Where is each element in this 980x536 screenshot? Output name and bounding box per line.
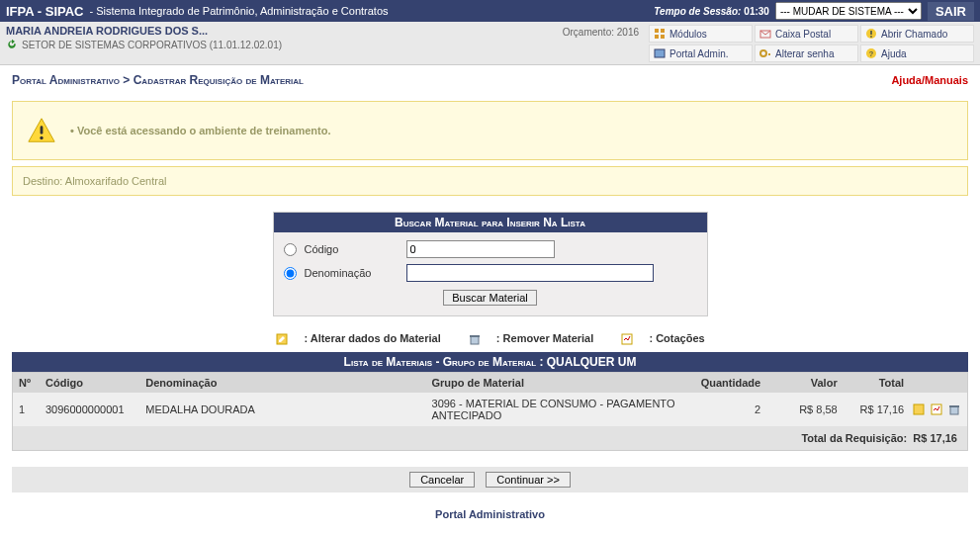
cancel-button[interactable]: Cancelar (409, 472, 475, 488)
user-name: MARIA ANDREIA RODRIGUES DOS S... (6, 25, 563, 37)
bottom-actions: Cancelar Continuar >> (12, 467, 968, 492)
training-warning-text: Você está acessando o ambiente de treina… (77, 125, 331, 136)
search-by-name-radio[interactable] (284, 267, 297, 280)
requisition-total: Total da Requisição: R$ 17,16 (13, 426, 967, 450)
name-label: Denominação (305, 267, 399, 279)
svg-rect-0 (655, 29, 659, 33)
svg-rect-1 (661, 29, 665, 33)
top-bar: IFPA - SIPAC - Sistema Integrado de Patr… (0, 0, 980, 22)
user-unit: SETOR DE SISTEMAS CORPORATIVOS (11.01.12… (22, 40, 282, 50)
svg-point-8 (760, 50, 766, 56)
svg-point-6 (870, 36, 872, 38)
table-header: Nº Código Denominação Grupo de Material … (13, 373, 967, 393)
actions-legend: : Alterar dados do Material : Remover Ma… (0, 322, 980, 352)
svg-rect-2 (655, 35, 659, 39)
row-edit-icon[interactable] (912, 402, 926, 416)
materials-list: Lista de Materiais - Grupo de Material :… (12, 352, 968, 451)
help-link[interactable]: ? Ajuda (860, 45, 974, 62)
prices-icon (620, 332, 634, 346)
svg-rect-20 (949, 405, 959, 407)
row-prices-icon[interactable] (930, 402, 943, 416)
search-material-button[interactable]: Buscar Material (443, 290, 536, 306)
refresh-icon (6, 39, 18, 50)
code-input[interactable] (406, 240, 555, 258)
name-input[interactable] (406, 264, 654, 282)
session-label: Tempo de Sessão: (654, 6, 741, 17)
logout-button[interactable]: SAIR (928, 2, 974, 21)
admin-portal-backlink[interactable]: Portal Administrativo (435, 508, 545, 520)
svg-rect-19 (950, 406, 958, 414)
modules-link[interactable]: Módulos (649, 25, 753, 43)
code-label: Código (305, 243, 399, 255)
system-subtitle: - Sistema Integrado de Patrimônio, Admin… (89, 5, 388, 17)
list-title: Lista de Materiais - Grupo de Material :… (12, 352, 968, 372)
change-password-link[interactable]: Alterar senha (755, 45, 858, 62)
change-system-select[interactable]: --- MUDAR DE SISTEMA --- (775, 2, 922, 20)
help-manuals-link[interactable]: Ajuda/Manuais (891, 74, 968, 86)
svg-rect-11 (41, 126, 44, 134)
destination-box: Destino: Almoxarifado Central (12, 166, 968, 196)
open-ticket-link[interactable]: Abrir Chamado (860, 25, 974, 43)
admin-portal-link[interactable]: Portal Admin. (649, 45, 753, 62)
svg-rect-17 (914, 404, 924, 414)
search-panel-title: Buscar Material para Inserir Na Lista (274, 213, 707, 232)
trash-icon (468, 332, 482, 346)
table-row: 1 3096000000001 MEDALHA DOURADA 3096 - M… (13, 393, 967, 426)
search-panel: Buscar Material para Inserir Na Lista Có… (273, 212, 708, 316)
user-header: MARIA ANDREIA RODRIGUES DOS S... SETOR D… (0, 22, 980, 65)
svg-rect-7 (655, 49, 665, 57)
mailbox-link[interactable]: Caixa Postal (755, 25, 858, 43)
svg-rect-3 (661, 35, 665, 39)
edit-icon (275, 332, 289, 346)
budget-year: Orçamento: 2016 (563, 25, 639, 38)
continue-button[interactable]: Continuar >> (486, 472, 571, 488)
svg-text:?: ? (869, 49, 874, 58)
warning-icon (27, 116, 56, 145)
header-links: Módulos Caixa Postal Abrir Chamado Porta… (649, 25, 974, 62)
search-by-code-radio[interactable] (284, 243, 297, 256)
row-trash-icon[interactable] (947, 402, 961, 416)
breadcrumb-bar: Portal Administrativo > Cadastrar Requis… (0, 65, 980, 95)
breadcrumb: Portal Administrativo > Cadastrar Requis… (12, 73, 304, 87)
session-time: 01:30 (744, 6, 769, 17)
svg-point-12 (40, 136, 43, 139)
system-name: IFPA - SIPAC (6, 4, 83, 19)
svg-rect-14 (471, 336, 479, 344)
training-warning: • Você está acessando o ambiente de trei… (12, 101, 968, 160)
svg-rect-15 (470, 335, 480, 337)
